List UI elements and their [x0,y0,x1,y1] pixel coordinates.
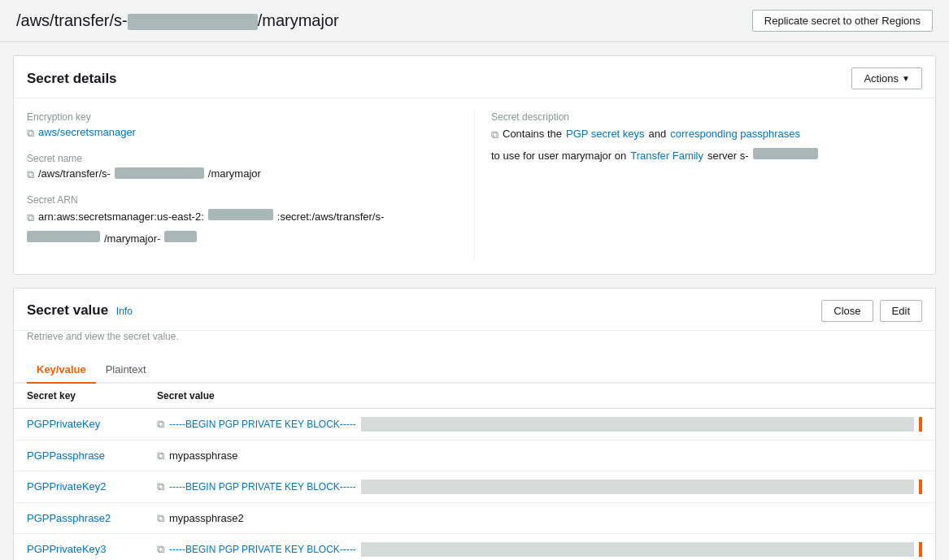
secret-value-panel: Secret value Info Close Edit Retrieve an… [13,288,936,560]
close-button[interactable]: Close [821,300,873,322]
secret-description-label: Secret description [491,111,922,123]
secret-description-field: Secret description ⧉ Contains the PGP se… [491,111,922,165]
desc-pgp-link[interactable]: PGP secret keys [566,126,645,143]
desc-transfer-link[interactable]: Transfer Family [630,148,703,165]
table-row: PGPPassphrase2⧉mypassphrase2 [14,502,935,533]
desc-passphrases-link[interactable]: corresponding passphrases [670,126,800,143]
secret-name-value: ⧉ /aws/transfer/s- /marymajor [27,167,458,181]
page-title: /aws/transfer/s- /marymajor [16,11,339,30]
table-row: PGPPrivateKey3⧉-----BEGIN PGP PRIVATE KE… [14,533,935,560]
secret-key-link[interactable]: PGPPrivateKey3 [27,543,107,555]
info-link[interactable]: Info [116,306,133,317]
passphrase-value: mypassphrase [169,449,238,462]
copy-icon-4[interactable]: ⧉ [491,127,498,144]
secret-details-title: Secret details [27,71,117,87]
actions-button[interactable]: Actions ▼ [851,67,922,89]
copy-icon[interactable]: ⧉ [157,543,164,556]
secret-key-cell: PGPPassphrase [14,440,144,471]
secret-key-cell: PGPPrivateKey [14,408,144,440]
table-row: PGPPassphrase⧉mypassphrase [14,440,935,471]
pgp-bar [361,417,914,432]
pgp-bar-container: ⧉-----BEGIN PGP PRIVATE KEY BLOCK----- [157,542,922,557]
page-wrapper: /aws/transfer/s- /marymajor Replicate se… [0,0,949,560]
secret-key-cell: PGPPrivateKey2 [14,471,144,502]
pgp-bar-container: ⧉-----BEGIN PGP PRIVATE KEY BLOCK----- [157,417,922,432]
secret-name-redacted [115,167,204,179]
copy-icon[interactable]: ⧉ [27,127,34,140]
col-header-value: Secret value [144,384,935,409]
table-row: PGPPrivateKey2⧉-----BEGIN PGP PRIVATE KE… [14,471,935,502]
secret-value-title-wrapper: Secret value Info [27,302,133,319]
desc-text-end: server s- [707,148,749,165]
desc-text-prefix: Contains the [503,126,562,143]
secret-key-link[interactable]: PGPPrivateKey2 [27,480,107,493]
pgp-bar [361,480,914,494]
secret-arn-value: ⧉ arn:aws:secretsmanager:us-east-2: :sec… [27,209,458,248]
col-header-key: Secret key [14,384,144,409]
panel-header-actions: Actions ▼ [851,67,922,89]
secret-name-suffix: /marymajor [208,167,261,180]
value-wrapper: ⧉mypassphrase2 [157,511,922,525]
tab-plaintext[interactable]: Plaintext [96,357,156,384]
secret-key-link[interactable]: PGPPassphrase2 [27,512,111,524]
desc-text-mid2: to use for user marymajor on [491,148,626,165]
orange-tick [919,480,922,494]
secret-value-actions: Close Edit [821,300,922,322]
title-prefix: /aws/transfer/s- [16,11,128,29]
secret-value-cell: ⧉mypassphrase2 [144,502,935,533]
encryption-key-value: ⧉ aws/secretsmanager [27,126,458,140]
tab-keyvalue[interactable]: Key/value [27,357,96,384]
secret-key-link[interactable]: PGPPassphrase [27,449,105,462]
secret-details-panel: Secret details Actions ▼ Encryption key … [13,55,936,275]
secret-key-link[interactable]: PGPPrivateKey [27,418,100,430]
chevron-down-icon: ▼ [902,74,910,83]
actions-label: Actions [864,72,899,85]
secret-key-cell: PGPPassphrase2 [14,502,144,533]
copy-icon-3[interactable]: ⧉ [27,210,34,227]
page-header: /aws/transfer/s- /marymajor Replicate se… [0,0,949,42]
pgp-label: -----BEGIN PGP PRIVATE KEY BLOCK----- [169,544,356,555]
secret-name-label: Secret name [27,153,458,164]
secret-key-cell: PGPPrivateKey3 [14,533,144,560]
pgp-bar [361,542,914,557]
arn-middle: :secret:/aws/transfer/s- [277,209,384,226]
value-wrapper: ⧉mypassphrase [157,449,922,462]
copy-icon[interactable]: ⧉ [157,480,164,493]
pgp-label: -----BEGIN PGP PRIVATE KEY BLOCK----- [169,419,356,430]
title-redacted [128,14,258,30]
secret-value-cell: ⧉-----BEGIN PGP PRIVATE KEY BLOCK----- [144,408,935,440]
tabs: Key/value Plaintext [14,357,935,384]
encryption-key-link[interactable]: aws/secretsmanager [38,126,136,138]
copy-icon[interactable]: ⧉ [157,449,164,462]
arn-redacted-3 [164,231,197,242]
secret-table: Secret key Secret value PGPPrivateKey⧉--… [14,384,935,560]
pgp-label: -----BEGIN PGP PRIVATE KEY BLOCK----- [169,481,356,493]
copy-icon[interactable]: ⧉ [157,512,164,525]
details-right-col: Secret description ⧉ Contains the PGP se… [474,111,922,261]
secret-name-field: Secret name ⧉ /aws/transfer/s- /marymajo… [27,153,458,181]
secret-arn-field: Secret ARN ⧉ arn:aws:secretsmanager:us-e… [27,194,458,248]
secret-value-title: Secret value [27,302,108,318]
desc-server-redacted [753,148,818,159]
secret-value-cell: ⧉mypassphrase [144,440,935,471]
arn-redacted-2 [27,231,100,242]
edit-button[interactable]: Edit [880,300,922,322]
secret-details-panel-header: Secret details Actions ▼ [14,56,935,98]
arn-suffix: /marymajor- [104,231,160,248]
arn-prefix: arn:aws:secretsmanager:us-east-2: [38,209,204,226]
secret-value-panel-header: Secret value Info Close Edit [14,289,935,331]
encryption-key-field: Encryption key ⧉ aws/secretsmanager [27,111,458,140]
replicate-secret-button[interactable]: Replicate secret to other Regions [752,10,933,32]
pgp-bar-container: ⧉-----BEGIN PGP PRIVATE KEY BLOCK----- [157,480,922,494]
content-area: Secret details Actions ▼ Encryption key … [0,55,949,560]
copy-icon-2[interactable]: ⧉ [27,168,34,181]
desc-text-mid1: and [649,126,667,143]
passphrase-value: mypassphrase2 [169,512,244,524]
copy-icon[interactable]: ⧉ [157,418,164,431]
secret-value-subtitle: Retrieve and view the secret value. [14,331,935,350]
details-left-col: Encryption key ⧉ aws/secretsmanager Secr… [27,111,474,261]
orange-tick [919,417,922,432]
secret-name-prefix: /aws/transfer/s- [38,167,111,180]
table-row: PGPPrivateKey⧉-----BEGIN PGP PRIVATE KEY… [14,408,935,440]
encryption-key-label: Encryption key [27,111,458,123]
